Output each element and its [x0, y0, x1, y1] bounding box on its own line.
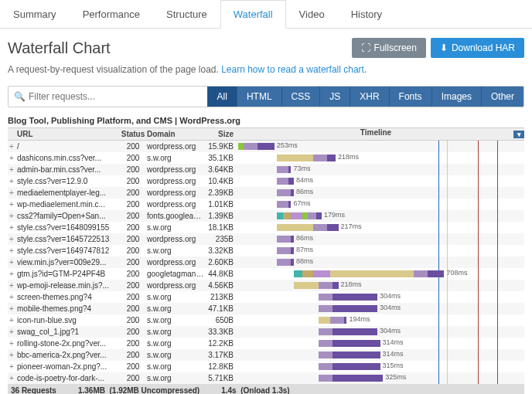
- table-row[interactable]: + dashicons.min.css?ver... 200 s.w.org 3…: [8, 152, 524, 164]
- cell-size: 213KB: [204, 293, 238, 301]
- expand-icon[interactable]: +: [8, 339, 15, 348]
- table-row[interactable]: + wp-emoji-release.min.js?... 200 wordpr…: [8, 280, 524, 291]
- page-title: Waterfall Chart: [8, 39, 111, 57]
- cell-size: 10.4KB: [204, 177, 238, 185]
- table-row[interactable]: + wp-mediaelement.min.c... 200 wordpress…: [8, 199, 524, 210]
- cell-status: 200: [119, 154, 147, 162]
- cell-timeline: 708ms: [238, 268, 513, 280]
- cell-status: 200: [119, 223, 147, 232]
- col-status[interactable]: Status: [119, 130, 147, 138]
- table-row[interactable]: + gtm.js?id=GTM-P24PF4B 200 googletagman…: [8, 268, 524, 280]
- cell-size: 15.9KB: [204, 142, 238, 151]
- cell-status: 200: [119, 304, 147, 313]
- table-row[interactable]: + code-is-poetry-for-dark-... 200 s.w.or…: [8, 372, 524, 384]
- expand-icon[interactable]: +: [8, 235, 15, 243]
- expand-icon[interactable]: +: [8, 154, 15, 162]
- tab-waterfall[interactable]: Waterfall: [220, 0, 286, 29]
- expand-icon[interactable]: +: [8, 328, 15, 336]
- filter-js[interactable]: JS: [319, 87, 350, 107]
- table-row[interactable]: + css2?family=Open+San... 200 fonts.goog…: [8, 210, 524, 222]
- tab-performance[interactable]: Performance: [70, 0, 153, 28]
- tab-summary[interactable]: Summary: [0, 0, 70, 28]
- cell-timeline: 218ms: [238, 280, 513, 291]
- expand-icon[interactable]: +: [8, 189, 15, 197]
- filter-all[interactable]: All: [207, 87, 237, 107]
- expand-icon[interactable]: +: [8, 304, 15, 313]
- table-row[interactable]: + mediaelementplayer-leg... 200 wordpres…: [8, 187, 524, 199]
- expand-icon[interactable]: +: [8, 177, 15, 185]
- expand-icon[interactable]: +: [8, 316, 15, 324]
- table-row[interactable]: + style.css?ver=1649747812 200 s.w.org 3…: [8, 245, 524, 256]
- expand-icon[interactable]: +: [8, 165, 15, 174]
- table-row[interactable]: + rolling-stone-2x.png?ver... 200 s.w.or…: [8, 338, 524, 349]
- filter-other[interactable]: Other: [481, 87, 523, 107]
- cell-size: 12.8KB: [204, 362, 238, 371]
- cell-timeline: 314ms: [238, 349, 513, 361]
- expand-icon[interactable]: +: [8, 351, 15, 359]
- expand-icon[interactable]: +: [8, 200, 15, 209]
- cell-timeline: 217ms: [238, 222, 513, 233]
- tab-structure[interactable]: Structure: [153, 0, 220, 28]
- filter-fonts[interactable]: Fonts: [389, 87, 431, 107]
- fullscreen-button[interactable]: ⛶ Fullscreen: [352, 38, 426, 58]
- tab-video[interactable]: Video: [286, 0, 338, 28]
- filter-bar: 🔍 AllHTMLCSSJSXHRFontsImagesOther: [8, 86, 524, 107]
- tab-history[interactable]: History: [338, 0, 395, 28]
- filter-images[interactable]: Images: [431, 87, 481, 107]
- cell-status: 200: [119, 270, 147, 278]
- expand-icon[interactable]: +: [8, 374, 15, 382]
- cell-status: 200: [119, 212, 147, 220]
- cell-url: style.css?ver=12.9.0: [15, 177, 119, 185]
- table-row[interactable]: + style.css?ver=12.9.0 200 wordpress.org…: [8, 175, 524, 187]
- col-domain[interactable]: Domain: [147, 130, 204, 138]
- col-url[interactable]: URL: [15, 130, 119, 138]
- cell-timeline: 86ms: [238, 233, 513, 245]
- cell-timeline: 86ms: [238, 187, 513, 199]
- cell-size: 5.71KB: [204, 374, 238, 382]
- table-row[interactable]: + style.css?ver=1645722513 200 wordpress…: [8, 233, 524, 245]
- table-row[interactable]: + / 200 wordpress.org 15.9KB 253ms: [8, 141, 524, 152]
- timeline-dropdown[interactable]: ▾: [513, 131, 524, 138]
- cell-domain: wordpress.org: [147, 200, 204, 209]
- expand-icon[interactable]: +: [8, 223, 15, 232]
- learn-link[interactable]: Learn how to read a waterfall chart: [221, 64, 364, 75]
- table-row[interactable]: + icon-run-blue.svg 200 s.w.org 650B 194…: [8, 314, 524, 326]
- cell-timeline: 304ms: [238, 326, 513, 338]
- table-row[interactable]: + admin-bar.min.css?ver... 200 wordpress…: [8, 164, 524, 175]
- table-row[interactable]: + mobile-themes.png?4 200 s.w.org 47.1KB…: [8, 303, 524, 314]
- expand-icon[interactable]: +: [8, 281, 15, 290]
- expand-icon[interactable]: +: [8, 258, 15, 267]
- cell-domain: fonts.googleapis.com: [147, 212, 204, 220]
- filter-xhr[interactable]: XHR: [350, 87, 388, 107]
- filter-html[interactable]: HTML: [237, 87, 281, 107]
- expand-icon[interactable]: +: [8, 362, 15, 371]
- filter-css[interactable]: CSS: [281, 87, 320, 107]
- cell-size: 235B: [204, 235, 238, 243]
- table-row[interactable]: + screen-themes.png?4 200 s.w.org 213KB …: [8, 291, 524, 303]
- col-size[interactable]: Size: [204, 130, 238, 138]
- cell-size: 33.3KB: [204, 328, 238, 336]
- cell-timeline: 194ms: [238, 314, 513, 326]
- expand-icon[interactable]: +: [8, 142, 15, 151]
- expand-icon[interactable]: +: [8, 293, 15, 301]
- table-row[interactable]: + bbc-america-2x.png?ver... 200 s.w.org …: [8, 349, 524, 361]
- table-row[interactable]: + view.min.js?ver=009e29... 200 wordpres…: [8, 256, 524, 268]
- subtext: A request-by-request visualization of th…: [0, 63, 532, 86]
- cell-status: 200: [119, 258, 147, 267]
- cell-domain: s.w.org: [147, 351, 204, 359]
- expand-icon[interactable]: +: [8, 246, 15, 255]
- cell-status: 200: [119, 328, 147, 336]
- cell-timeline: 218ms: [238, 152, 513, 164]
- table-row[interactable]: + swag_col_1.jpg?1 200 s.w.org 33.3KB 30…: [8, 326, 524, 338]
- download-har-button[interactable]: ⬇ Download HAR: [431, 38, 524, 58]
- expand-icon[interactable]: +: [8, 212, 15, 220]
- expand-icon[interactable]: +: [8, 270, 15, 278]
- cell-domain: wordpress.org: [147, 177, 204, 185]
- table-row[interactable]: + pioneer-woman-2x.png?... 200 s.w.org 1…: [8, 361, 524, 372]
- cell-timeline: 87ms: [238, 245, 513, 256]
- cell-status: 200: [119, 293, 147, 301]
- filter-input[interactable]: [9, 87, 207, 107]
- cell-url: rolling-stone-2x.png?ver...: [15, 339, 119, 348]
- cell-status: 200: [119, 235, 147, 243]
- table-row[interactable]: + style.css?ver=1648099155 200 s.w.org 1…: [8, 222, 524, 233]
